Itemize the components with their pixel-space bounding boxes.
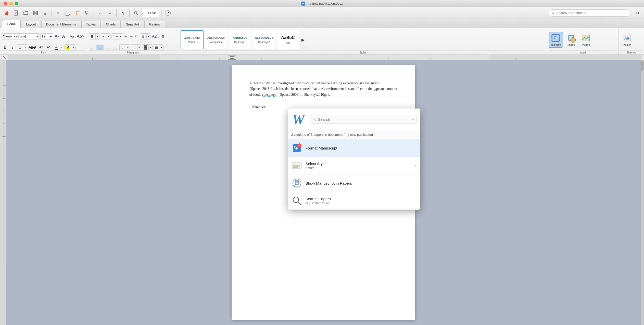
- bullet-list-dropdown[interactable]: ▾: [96, 34, 99, 39]
- quick-access-toolbar: 🍎 🖨 ✂ 📋 ⤺ ⤻ ¶ 100% ▾ ? ⚙: [0, 7, 644, 19]
- format-painter-button[interactable]: [83, 9, 92, 17]
- underline-dropdown[interactable]: ▾: [23, 45, 27, 50]
- styles-more-button[interactable]: ▶: [300, 37, 306, 43]
- tab-home[interactable]: Home: [2, 20, 21, 28]
- style-heading1[interactable]: AaBbCcDd Heading 1: [229, 30, 251, 49]
- tab-layout[interactable]: Layout: [21, 21, 41, 28]
- papers-search-dropdown[interactable]: ▾: [412, 117, 414, 121]
- papers-show-manuscript-item[interactable]: Show Manuscript in Papers: [288, 174, 420, 192]
- highlight-button[interactable]: A: [65, 45, 72, 50]
- document-body-text[interactable]: A recent study has investigated how touc…: [249, 80, 397, 98]
- italic-button[interactable]: I: [9, 45, 16, 50]
- shading-button[interactable]: ▓: [142, 45, 149, 50]
- picture-icon: [581, 33, 590, 43]
- decrease-indent-button[interactable]: ⇤: [123, 34, 128, 39]
- highlight-dropdown[interactable]: ▾: [72, 45, 75, 50]
- search-input[interactable]: [556, 11, 627, 15]
- justify-button[interactable]: [112, 45, 119, 50]
- font-family-select[interactable]: Cambria (Body): [2, 33, 40, 39]
- papers-select-style-item[interactable]: Select Style Nature ›: [288, 157, 420, 174]
- columns-dropdown[interactable]: ▾: [147, 34, 150, 39]
- font-color-dropdown[interactable]: ▾: [60, 45, 64, 50]
- search-icon: [551, 11, 555, 15]
- style-title[interactable]: AaBbC Title: [276, 30, 299, 49]
- tab-review[interactable]: Review: [144, 21, 165, 28]
- tab-document-elements[interactable]: Document Elements: [41, 21, 81, 28]
- numbered-list-button[interactable]: ≡: [100, 34, 107, 39]
- papers-search-papers-item[interactable]: Search Papers or just start typing: [288, 192, 420, 210]
- superscript-button[interactable]: A2: [45, 45, 52, 50]
- apple-menu-button[interactable]: 🍎: [2, 9, 11, 17]
- settings-button[interactable]: ⚙: [633, 9, 642, 17]
- subscript-button[interactable]: A2: [37, 45, 45, 50]
- line-spacing-button[interactable]: ↕: [120, 45, 126, 50]
- para-spacing-button[interactable]: ↨: [131, 45, 137, 50]
- borders-button[interactable]: ⊞: [153, 45, 160, 50]
- font-grow-button[interactable]: A▲: [54, 34, 60, 39]
- style-normal[interactable]: AaBbCcDdEe Normal: [181, 30, 204, 49]
- close-button[interactable]: [4, 2, 7, 5]
- para-spacing-group: ↨ ▾: [131, 44, 141, 50]
- undo-button[interactable]: ⤺: [96, 9, 105, 17]
- search-papers-text: Search Papers or just start typing: [306, 197, 416, 205]
- bullet-list-button[interactable]: ☰: [89, 34, 96, 39]
- tab-charts[interactable]: Charts: [101, 21, 120, 28]
- zoom-level-button[interactable]: 100% ▾: [141, 9, 159, 17]
- help-button[interactable]: ?: [163, 9, 172, 17]
- bold-button[interactable]: B: [2, 45, 9, 50]
- cut-button[interactable]: ✂: [54, 9, 62, 17]
- insert-textbox-button[interactable]: T Text Box: [549, 32, 563, 48]
- maximize-button[interactable]: [15, 2, 18, 5]
- style-heading1-label: Heading 1: [234, 41, 246, 44]
- papers-format-manuscript-item[interactable]: W !! Format Manuscript: [288, 139, 420, 157]
- papers-search-box: ▾: [310, 115, 417, 124]
- underline-button[interactable]: U: [17, 45, 23, 50]
- increase-indent-button[interactable]: ⇥: [129, 34, 134, 39]
- multilevel-list-button[interactable]: ⋮≡: [111, 34, 119, 39]
- font-size-select[interactable]: 12: [40, 33, 53, 39]
- show-formatting-marks-button[interactable]: ¶: [161, 34, 165, 39]
- show-formatting-button[interactable]: ¶: [119, 9, 127, 17]
- font-shrink-button[interactable]: A▼: [61, 34, 68, 39]
- print-button[interactable]: 🖨: [41, 9, 49, 17]
- shading-dropdown[interactable]: ▾: [149, 45, 152, 50]
- font-color-button[interactable]: A: [53, 44, 60, 50]
- multilevel-dropdown[interactable]: ▾: [119, 34, 123, 39]
- align-center-button[interactable]: [96, 45, 104, 50]
- insert-section-label: Insert: [549, 50, 617, 55]
- copy-button[interactable]: [64, 9, 72, 17]
- open-button[interactable]: [21, 9, 30, 17]
- style-no-spacing[interactable]: AaBbCcDdEe No Spacing: [205, 30, 228, 49]
- multilevel-list-group: ⋮≡ ▾: [111, 33, 123, 39]
- strikethrough-button[interactable]: ABC: [28, 45, 37, 50]
- tab-smartart[interactable]: SmartArt: [121, 21, 144, 28]
- select-style-icon: [292, 160, 302, 171]
- line-spacing-dropdown[interactable]: ▾: [126, 45, 130, 50]
- horizontal-ruler: [0, 55, 644, 60]
- align-left-button[interactable]: [89, 45, 96, 50]
- tab-tables[interactable]: Tables: [81, 21, 101, 28]
- align-right-button[interactable]: [104, 45, 111, 50]
- change-case-button[interactable]: Aа: [69, 34, 75, 39]
- paste-button[interactable]: 📋: [73, 9, 82, 17]
- new-doc-button[interactable]: [12, 9, 20, 17]
- separator: [161, 9, 161, 17]
- text-direction-button[interactable]: ⬚: [134, 34, 139, 39]
- clear-formatting-button[interactable]: Ab✕: [76, 34, 85, 39]
- para-spacing-dropdown[interactable]: ▾: [137, 45, 141, 50]
- zoom-out-button[interactable]: [132, 9, 140, 17]
- style-heading2[interactable]: AaBbCcDdEe Heading 2: [252, 30, 275, 49]
- vertical-scrollbar[interactable]: [640, 60, 644, 325]
- insert-shape-button[interactable]: Shape: [564, 32, 578, 47]
- save-button[interactable]: [31, 9, 40, 17]
- papers-search-input[interactable]: [318, 117, 410, 121]
- columns-button[interactable]: ⊞: [140, 34, 147, 39]
- insert-themes-button[interactable]: Aa Themes: [620, 32, 633, 47]
- borders-dropdown[interactable]: ▾: [160, 45, 163, 50]
- insert-picture-button[interactable]: Picture: [579, 32, 592, 47]
- minimize-button[interactable]: [9, 2, 13, 5]
- numbered-list-dropdown[interactable]: ▾: [107, 34, 110, 39]
- sort-button[interactable]: AZ↓: [151, 34, 160, 39]
- redo-button[interactable]: ⤻: [106, 9, 114, 17]
- title-bar: W my new publication.docx: [0, 0, 644, 7]
